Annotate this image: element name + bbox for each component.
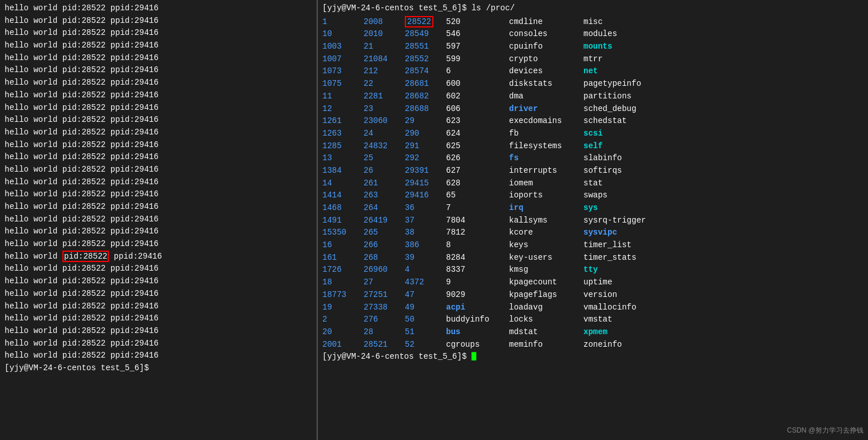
name-col1: iomem	[509, 177, 583, 190]
name-col2: schedstat	[583, 115, 627, 128]
num-col2: 24832	[364, 140, 405, 153]
terminal-line: hello world pid:28522 ppid:29416	[0, 151, 317, 164]
table-row: 1426129415628iomemstat	[322, 177, 863, 190]
terminal-line: hello world pid:28522 ppid:29416	[0, 300, 317, 313]
num-col3: 28549	[405, 28, 446, 41]
name-col1: ioports	[509, 189, 583, 202]
num-col1: 1263	[322, 128, 364, 140]
num-col1: 2	[322, 314, 364, 326]
table-row: 12612306029623execdomainsschedstat	[322, 115, 863, 128]
terminal-line: hello world pid:28522 ppid:29416	[0, 126, 317, 139]
num-col2: 27251	[364, 289, 405, 302]
num-col3: 290	[405, 128, 446, 140]
num-col1: 1414	[322, 189, 364, 202]
num-col3: 36	[405, 202, 446, 215]
num-col3: 28574	[405, 65, 446, 78]
num-col3: 4372	[405, 276, 446, 289]
terminal-line: hello world pid:28522 ppid:29416	[0, 338, 317, 350]
num-col4: 9029	[446, 289, 509, 302]
terminal-line: hello world pid:28522 ppid:29416	[0, 225, 317, 238]
table-row: 17262696048337kmsgtty	[322, 264, 863, 276]
num-col4: 627	[446, 165, 509, 177]
num-col3: 37	[405, 215, 446, 227]
num-col1: 161	[322, 252, 364, 264]
num-col4: 9	[446, 276, 509, 289]
name-col2: pagetypeinfo	[583, 78, 641, 90]
name-col1: kpageflags	[509, 289, 583, 302]
num-col2: 28521	[364, 339, 405, 351]
table-row: 1877327251479029kpageflagsversion	[322, 289, 863, 302]
name-col1: consoles	[509, 28, 583, 41]
table-row: 161268398284key-userstimer_stats	[322, 252, 863, 264]
name-col2: partitions	[583, 90, 632, 103]
num-col2: 2281	[364, 90, 405, 103]
num-col2: 23060	[364, 115, 405, 128]
num-col2: 2008	[364, 16, 405, 29]
num-col1: 1007	[322, 53, 364, 66]
terminal-line: hello world pid:28522 ppid:29416	[0, 2, 317, 15]
num-col3: 28688	[405, 103, 446, 116]
proc-table: 1200828522520cmdlinemisc10201028549546co…	[322, 16, 863, 351]
num-col4: 599	[446, 53, 509, 66]
num-col1: 16	[322, 239, 364, 252]
num-col4: 624	[446, 128, 509, 140]
name-col2: timer_list	[583, 239, 632, 252]
num-col2: 276	[364, 314, 405, 326]
bottom-prompt: [yjy@VM-24-6-centos test_5_6]$ █	[322, 351, 863, 363]
num-col2: 25	[364, 152, 405, 165]
terminal-line: hello world pid:28522 ppid:29416	[0, 213, 317, 226]
name-col1: keys	[509, 239, 583, 252]
terminal-line: hello world pid:28522 ppid:29416	[0, 201, 317, 213]
num-col2: 27	[364, 276, 405, 289]
name-col1: kpagecount	[509, 276, 583, 289]
terminal-line: hello world pid:28522 ppid:29416	[0, 89, 317, 102]
num-col1: 1261	[322, 115, 364, 128]
num-col1: 18	[322, 276, 364, 289]
name-col1: devices	[509, 65, 583, 78]
num-col2: 28	[364, 326, 405, 339]
num-col4: 7812	[446, 227, 509, 239]
right-panel: [yjy@VM-24-6-centos test_5_6]$ ls /proc/…	[318, 0, 868, 440]
num-col1: 18773	[322, 289, 364, 302]
num-col3: 39	[405, 252, 446, 264]
left-prompt: [yjy@VM-24-6-centos test_5_6]$	[0, 362, 317, 375]
num-col3: 29416	[405, 189, 446, 202]
num-col1: 11	[322, 90, 364, 103]
name-col2: vmstat	[583, 314, 612, 326]
terminal-line: hello world pid:28522 ppid:29416	[0, 64, 317, 77]
num-col3: 49	[405, 302, 446, 314]
table-row: 128524832291625filesystemsself	[322, 140, 863, 153]
name-col1: loadavg	[509, 302, 583, 314]
terminal-line: hello world pid:28522 ppid:29416	[0, 238, 317, 251]
num-col1: 1073	[322, 65, 364, 78]
num-col3: 29415	[405, 177, 446, 190]
table-row: 122328688606driversched_debug	[322, 103, 863, 116]
name-col2: xpmem	[583, 326, 607, 339]
terminal-line: hello world pid:28522 ppid:29416	[0, 15, 317, 27]
num-col4: 602	[446, 90, 509, 103]
name-col2: self	[583, 140, 603, 153]
name-col2: sys	[583, 202, 598, 215]
name-col1: meminfo	[509, 339, 583, 351]
name-col2: net	[583, 65, 598, 78]
table-row: 10201028549546consolesmodules	[322, 28, 863, 41]
num-col3: 47	[405, 289, 446, 302]
command-header: [yjy@VM-24-6-centos test_5_6]$ ls /proc/	[322, 2, 863, 15]
num-col1: 1468	[322, 202, 364, 215]
num-col1: 1285	[322, 140, 364, 153]
num-col1: 10	[322, 28, 364, 41]
num-col3: 51	[405, 326, 446, 339]
name-col2: softirqs	[583, 165, 622, 177]
num-col4: acpi	[446, 302, 509, 314]
table-row: 162663868keystimer_list	[322, 239, 863, 252]
name-col1: driver	[509, 103, 583, 116]
num-col3: 28552	[405, 53, 446, 66]
terminal-line: hello world pid:28522 ppid:29416	[0, 102, 317, 114]
num-col2: 22	[364, 78, 405, 90]
terminal-line: hello world pid:28522 ppid:29416	[0, 288, 317, 300]
num-col4: buddyinfo	[446, 314, 509, 326]
num-col1: 13	[322, 152, 364, 165]
num-col1: 1491	[322, 215, 364, 227]
name-col1: key-users	[509, 252, 583, 264]
num-col4: cgroups	[446, 339, 509, 351]
